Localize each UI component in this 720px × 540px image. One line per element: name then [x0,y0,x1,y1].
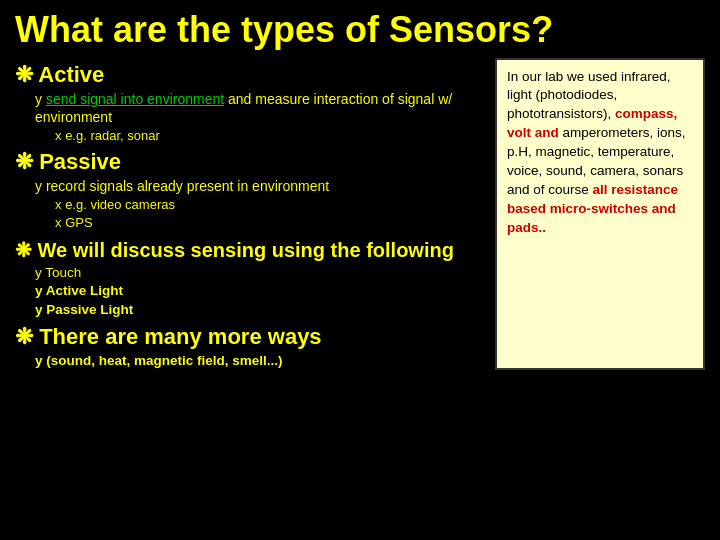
slide-title: What are the types of Sensors? [15,10,705,50]
star-icon-more: ❋ [15,324,39,349]
discuss-item2: Active Light [35,282,480,300]
passive-header: ❋ Passive [15,149,480,175]
star-icon-discuss: ❋ [15,239,38,261]
active-bullet1: send signal into environment and measure… [35,90,480,128]
star-icon-passive: ❋ [15,149,39,174]
more-subbullet: (sound, heat, magnetic field, smell...) [35,352,480,370]
discuss-item1: Touch [35,264,480,282]
discuss-item3: Passive Light [35,301,480,319]
sidebar-text: In our lab we used infrared, light (phot… [507,69,686,235]
star-icon: ❋ [15,62,38,87]
more-header: ❋ There are many more ways [15,324,480,350]
highlight-resistance: all resistance based micro-switches and … [507,182,678,235]
left-column: ❋ Active send signal into environment an… [15,58,485,371]
slide: What are the types of Sensors? ❋ Active … [0,0,720,540]
passive-subbullet1: e.g. video cameras [55,197,480,214]
main-content: ❋ Active send signal into environment an… [15,58,705,371]
discuss-header: ❋ We will discuss sensing using the foll… [15,238,480,262]
active-subbullet1: e.g. radar, sonar [55,128,480,145]
highlight-compass: compass, volt and [507,106,677,140]
passive-subbullet2: GPS [55,215,480,232]
passive-bullet1: record signals already present in enviro… [35,177,480,196]
sidebar-box: In our lab we used infrared, light (phot… [495,58,705,371]
active-green-text: send signal into environment [46,91,224,107]
active-header: ❋ Active [15,62,480,88]
